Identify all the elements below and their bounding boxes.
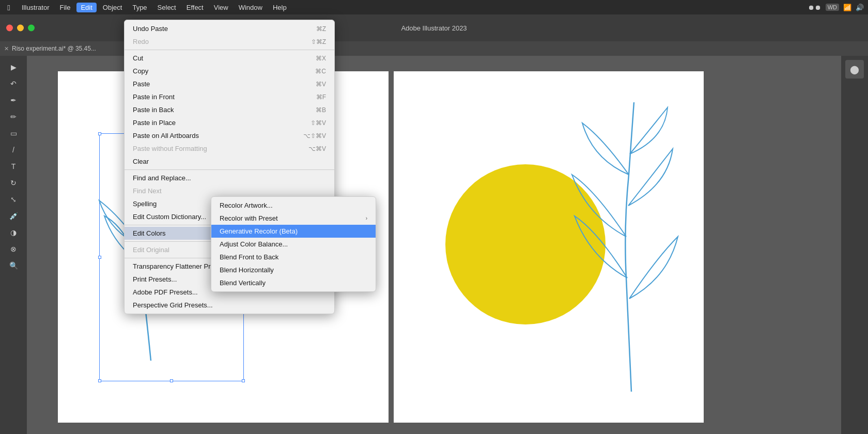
menu-perspective-presets[interactable]: Perspective Grid Presets... <box>125 299 334 312</box>
menu-copy[interactable]: Copy ⌘C <box>125 65 334 78</box>
menu-redo: Redo ⇧⌘Z <box>125 35 334 48</box>
menu-undo-paste[interactable]: Undo Paste ⌘Z <box>125 22 334 35</box>
menu-find-replace[interactable]: Find and Replace... <box>125 172 334 184</box>
menu-cut[interactable]: Cut ⌘X <box>125 52 334 65</box>
minimize-button[interactable] <box>17 25 24 32</box>
menubar-type[interactable]: Type <box>128 3 151 12</box>
menu-paste-front[interactable]: Paste in Front ⌘F <box>125 90 334 103</box>
menubar-illustrator[interactable]: Illustrator <box>18 3 53 12</box>
menu-paste-back[interactable]: Paste in Back ⌘B <box>125 103 334 116</box>
menubar-view[interactable]: View <box>210 3 233 12</box>
menubar-edit[interactable]: Edit <box>76 3 96 12</box>
menubar-object[interactable]: Object <box>99 3 127 12</box>
pen-tool[interactable]: ✒ <box>6 93 21 107</box>
apple-menu[interactable]:  <box>4 3 13 12</box>
wifi-icon: 📶 <box>843 4 851 11</box>
tab-label[interactable]: Riso experiment.ai* @ 35.45... <box>12 45 96 52</box>
menu-paste-without-format: Paste without Formatting ⌥⌘V <box>125 142 334 155</box>
menubar-right-icons: ⏺⏺ WD 📶 🔊 <box>808 4 864 11</box>
menubar:  Illustrator File Edit Object Type Sele… <box>0 0 868 14</box>
line-tool[interactable]: / <box>6 143 21 157</box>
tab-close-button[interactable]: ✕ <box>4 45 9 52</box>
zoom-tool[interactable]: 🔍 <box>6 258 21 273</box>
separator-2 <box>125 169 334 170</box>
selection-tool[interactable]: ▶ <box>6 60 21 74</box>
menubar-select[interactable]: Select <box>153 3 180 12</box>
fullscreen-button[interactable] <box>28 25 35 32</box>
submenu-recolor-preset[interactable]: Recolor with Preset › <box>211 212 376 225</box>
traffic-lights <box>6 25 35 32</box>
selection-handle-bm[interactable] <box>170 379 173 382</box>
menubar-effect[interactable]: Effect <box>182 3 208 12</box>
menu-paste[interactable]: Paste ⌘V <box>125 78 334 90</box>
right-panel: ⬤ <box>841 56 868 434</box>
pencil-tool[interactable]: ✏ <box>6 110 21 124</box>
separator-1 <box>125 50 334 50</box>
scale-tool[interactable]: ⤡ <box>6 192 21 207</box>
eyedropper-tool[interactable]: 💉 <box>6 209 21 223</box>
rectangle-tool[interactable]: ▭ <box>6 126 21 141</box>
menu-paste-all-artboards[interactable]: Paste on All Artboards ⌥⇧⌘V <box>125 129 334 142</box>
gradient-tool[interactable]: ◑ <box>6 225 21 240</box>
submenu-blend-vertically[interactable]: Blend Vertically <box>211 276 376 289</box>
sync-icon: ⏺⏺ <box>808 4 822 11</box>
left-toolbar: ▶ ↶ ✒ ✏ ▭ / T ↻ ⤡ 💉 ◑ ⊗ 🔍 <box>0 56 27 434</box>
app-title: Adobe Illustrator 2023 <box>401 24 467 32</box>
edit-colors-submenu: Recolor Artwork... Recolor with Preset ›… <box>211 196 376 292</box>
panel-icon[interactable]: ⬤ <box>845 60 864 79</box>
type-tool[interactable]: T <box>6 159 21 174</box>
submenu-recolor-artwork[interactable]: Recolor Artwork... <box>211 199 376 212</box>
submenu-generative-recolor[interactable]: Generative Recolor (Beta) <box>211 225 376 238</box>
menu-clear[interactable]: Clear <box>125 155 334 168</box>
blend-tool[interactable]: ⊗ <box>6 242 21 256</box>
submenu-adjust-color[interactable]: Adjust Color Balance... <box>211 238 376 251</box>
volume-icon: 🔊 <box>856 4 864 11</box>
wd-icon: WD <box>826 4 839 11</box>
rotate-tool[interactable]: ↻ <box>6 176 21 190</box>
direct-selection-tool[interactable]: ↶ <box>6 76 21 91</box>
selection-handle-br[interactable] <box>242 379 245 382</box>
submenu-blend-front-back[interactable]: Blend Front to Back <box>211 251 376 264</box>
submenu-blend-horizontally[interactable]: Blend Horizontally <box>211 264 376 276</box>
menu-find-next: Find Next <box>125 184 334 197</box>
menubar-file[interactable]: File <box>55 3 74 12</box>
main-plant-svg <box>564 82 699 402</box>
menubar-window[interactable]: Window <box>235 3 267 12</box>
selection-handle-bl[interactable] <box>98 379 101 382</box>
close-button[interactable] <box>6 25 13 32</box>
menubar-help[interactable]: Help <box>269 3 291 12</box>
menu-paste-place[interactable]: Paste in Place ⇧⌘V <box>125 116 334 129</box>
